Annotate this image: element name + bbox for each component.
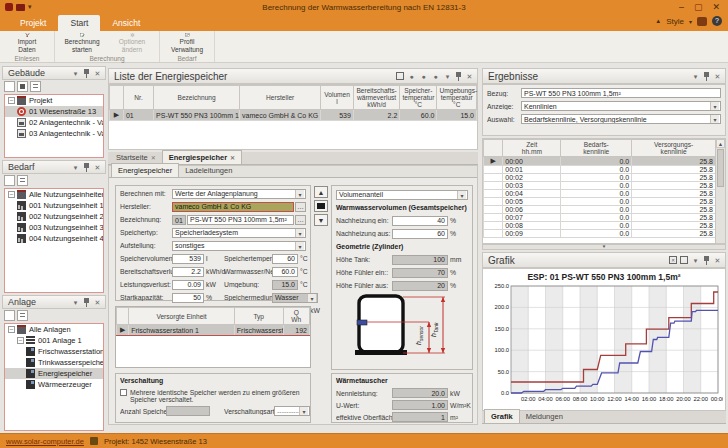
tree-item[interactable]: 002 Nutzungseinheit 2 — [5, 211, 103, 222]
table-cell[interactable]: 25.8 — [632, 222, 716, 230]
table-cell[interactable]: 0.0 — [561, 182, 632, 190]
row-selector[interactable]: ▶ — [484, 157, 503, 166]
tab-ansicht[interactable]: Ansicht — [100, 15, 152, 31]
tree-item[interactable]: Trinkwasserspeicher — [5, 357, 103, 368]
auswahl-select[interactable]: Bedarfskennlinie, Versorgungskennlinie — [521, 114, 721, 124]
column-header[interactable]: Bedarfs-kennlinie — [561, 140, 632, 157]
column-header[interactable]: Zeithh.mm — [503, 140, 561, 157]
table-cell[interactable]: 0.0 — [561, 190, 632, 198]
row-selector[interactable] — [484, 198, 503, 206]
tree-item[interactable]: Wärmeerzeuger — [5, 379, 103, 390]
table-cell[interactable]: 00:05 — [503, 198, 561, 206]
tree-expander-icon[interactable]: – — [8, 191, 15, 198]
row-selector[interactable]: ▶ — [117, 325, 129, 336]
list-view-button[interactable] — [17, 175, 28, 186]
table-row[interactable]: 00:010.025.8 — [484, 166, 716, 174]
row-selector[interactable] — [484, 174, 503, 182]
style-selector[interactable]: Style — [666, 17, 684, 26]
table-cell[interactable]: 0.0 — [561, 198, 632, 206]
table-cell[interactable]: 00:03 — [503, 182, 561, 190]
table-cell[interactable]: 00:00 — [503, 157, 561, 166]
column-header[interactable]: Volumenl — [321, 86, 354, 110]
table-row[interactable]: 00:090.025.8 — [484, 230, 716, 238]
table-cell[interactable]: 00:04 — [503, 190, 561, 198]
table-cell[interactable]: 0.0 — [561, 174, 632, 182]
table-cell[interactable]: 00:06 — [503, 206, 561, 214]
nav-prev-icon[interactable]: ● — [419, 72, 428, 81]
table-cell[interactable]: 25.8 — [632, 190, 716, 198]
copy-item-button[interactable] — [17, 81, 28, 92]
tree-item[interactable]: Energiespeicher — [5, 368, 103, 379]
tree-item[interactable]: –Alle Anlagen — [5, 324, 103, 335]
style-chevron-icon[interactable]: ▾ — [689, 18, 692, 25]
volumenanteil-select[interactable]: Volumenanteil — [336, 190, 468, 200]
row-selector[interactable]: ▶ — [110, 110, 124, 121]
feedback-icon[interactable] — [697, 17, 707, 26]
close-icon[interactable]: ✕ — [465, 72, 474, 81]
row-selector[interactable] — [484, 214, 503, 222]
close-icon[interactable]: ✕ — [93, 69, 102, 78]
pin-icon[interactable] — [703, 72, 710, 81]
tree-item[interactable]: –Alle Nutzungseinheiten — [5, 189, 103, 200]
table-cell[interactable]: 15.0 — [437, 110, 477, 121]
table-row[interactable]: ▶Frischwasserstation 1Frischwasserstatio… — [117, 325, 310, 336]
help-icon[interactable]: ? — [712, 16, 722, 26]
speichertyp-select[interactable]: Speicherladesystem — [172, 228, 306, 238]
tree-item[interactable]: –001 Anlage 1 — [5, 335, 103, 346]
column-header[interactable]: Typ — [234, 308, 283, 325]
table-cell[interactable]: 01 — [123, 110, 153, 121]
profil-verwaltung-button[interactable]: ProfilVerwaltung — [162, 32, 212, 53]
table-row[interactable]: 00:030.025.8 — [484, 182, 716, 190]
verschaltungsart-select[interactable]: ---------- — [274, 406, 310, 416]
close-button[interactable]: ✕ — [712, 2, 720, 12]
row-selector[interactable] — [484, 230, 503, 238]
chevron-down-icon[interactable]: ▾ — [443, 72, 452, 81]
column-header[interactable]: Nr. — [123, 86, 153, 110]
close-tab-icon[interactable]: ✕ — [151, 154, 156, 161]
row-selector[interactable] — [484, 190, 503, 198]
row-expand-strip[interactable]: ▼ — [482, 244, 726, 250]
table-cell[interactable]: 25.8 — [632, 182, 716, 190]
table-cell[interactable]: 00:01 — [503, 166, 561, 174]
bezeichnung-browse-button[interactable]: … — [295, 215, 306, 225]
chevron-down-icon[interactable]: ▾ — [71, 298, 80, 307]
nav-up-button[interactable]: ▲ — [314, 186, 328, 198]
scroll-up-icon[interactable]: ▲ — [716, 139, 725, 148]
table-cell[interactable]: 25.8 — [632, 214, 716, 222]
chevron-down-icon[interactable]: ▾ — [691, 256, 700, 265]
tab-projekt[interactable]: Projekt — [8, 15, 58, 31]
column-header[interactable]: Bezeichnung — [154, 86, 240, 110]
tree-item[interactable]: 01 Wiesenstraße 13 — [5, 106, 103, 117]
column-header[interactable]: Speicher-temperatur°C — [400, 86, 437, 110]
aufstellung-select[interactable]: sonstiges — [172, 241, 306, 251]
table-cell[interactable]: 25.8 — [632, 157, 716, 166]
layout-icon[interactable] — [396, 72, 404, 80]
nav-next-icon[interactable]: ● — [431, 72, 440, 81]
table-cell[interactable]: PS-WT 550 PN3 100mm 1... — [154, 110, 240, 121]
table-cell[interactable]: 539 — [321, 110, 354, 121]
table-row[interactable]: 00:050.025.8 — [484, 198, 716, 206]
scrollbar-thumb[interactable] — [717, 149, 724, 187]
maximize-button[interactable]: ▢ — [694, 2, 703, 12]
table-cell[interactable]: Frischwasserstation — [234, 325, 283, 336]
close-tab-icon[interactable]: ✕ — [230, 154, 235, 161]
column-header[interactable]: Versorgte Einheit — [129, 308, 235, 325]
table-row[interactable]: 00:080.025.8 — [484, 222, 716, 230]
table-cell[interactable]: 25.8 — [632, 206, 716, 214]
row-selector[interactable] — [484, 206, 503, 214]
tree-item[interactable]: 03 Anlagentechnik - Variante 3 — [5, 128, 103, 139]
row-selector[interactable] — [484, 166, 503, 174]
table-row[interactable]: 00:020.025.8 — [484, 174, 716, 182]
list-view-button[interactable] — [30, 81, 41, 92]
row-selector[interactable] — [484, 222, 503, 230]
leistungsverlust-input[interactable]: 0.09 — [172, 280, 204, 290]
tree-item[interactable]: Frischwasserstationen — [5, 346, 103, 357]
table-cell[interactable]: 25.8 — [632, 166, 716, 174]
bezeichnung-input[interactable]: PS-WT 550 PN3 100mm 1,5m² — [187, 215, 294, 225]
tree-item[interactable]: 001 Nutzungseinheit 1 — [5, 200, 103, 211]
view-toggle-button[interactable] — [314, 200, 328, 212]
table-cell[interactable]: 0.0 — [561, 222, 632, 230]
table-cell[interactable]: 0.0 — [561, 206, 632, 214]
hersteller-browse-button[interactable]: … — [295, 202, 306, 212]
hersteller-input[interactable]: vameco GmbH & Co KG — [172, 202, 294, 212]
